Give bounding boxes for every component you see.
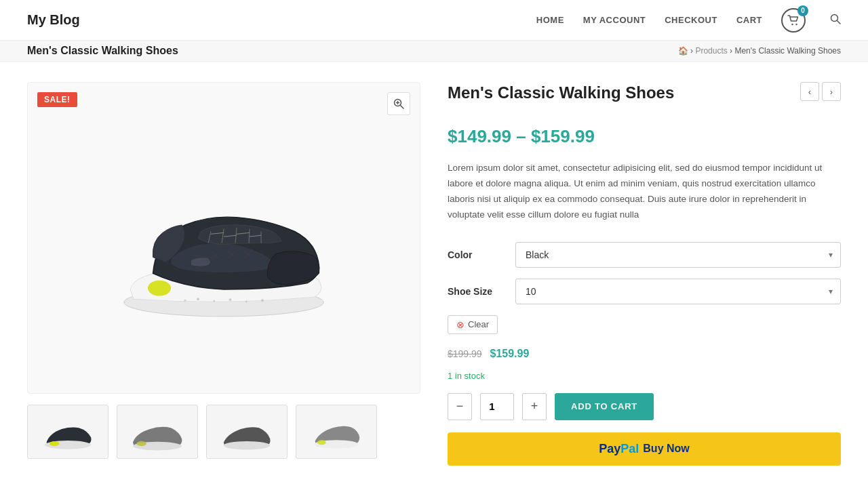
quantity-decrease-button[interactable]: − [448,393,472,420]
svg-point-19 [197,298,199,300]
breadcrumb-bar: Men's Classic Walking Shoes 🏠 › Products… [0,41,868,62]
svg-point-1 [795,23,797,24]
thumbnail-1[interactable] [27,405,108,459]
nav-home[interactable]: HOME [536,15,564,25]
svg-line-3 [837,20,841,24]
sale-price: $159.99 [490,348,530,359]
color-variant-row: Color Black White Gray Navy ▾ [448,242,841,268]
svg-point-21 [229,298,232,301]
color-label: Color [448,249,502,260]
product-main-image [95,143,353,333]
clear-label: Clear [468,319,489,329]
breadcrumb-current: Men's Classic Walking Shoes [734,46,841,56]
size-select[interactable]: 7 8 9 10 11 12 [515,279,841,304]
product-description: Lorem ipsum dolor sit amet, consectetur … [448,161,841,223]
cart-bubble: 0 [781,8,806,33]
thumbnail-2[interactable] [117,405,198,459]
paypal-buy-now-label: Buy Now [643,443,689,455]
color-select[interactable]: Black White Gray Navy [515,242,841,268]
sale-badge: SALE! [37,92,77,107]
product-title: Men's Classic Walking Shoes [448,82,722,103]
nav-cart[interactable]: CART [736,15,762,25]
zoom-button[interactable] [387,92,410,115]
quantity-increase-button[interactable]: + [522,393,547,420]
color-select-wrapper: Black White Gray Navy ▾ [515,242,841,268]
cart-icon [787,15,800,26]
original-price: $199.99 [448,348,482,359]
clear-circle-icon: ⊗ [456,319,465,330]
next-product-button[interactable]: › [822,82,841,101]
svg-point-23 [261,299,264,302]
svg-point-20 [213,300,215,302]
product-details: Men's Classic Walking Shoes ‹ › $149.99 … [448,82,841,466]
svg-point-9 [148,281,171,296]
product-nav-arrows: ‹ › [800,82,841,101]
thumbnail-row [27,405,420,459]
stock-status: 1 in stock [448,371,841,381]
main-content: SALE! [0,62,868,486]
main-image-wrapper: SALE! [27,82,420,394]
prev-product-button[interactable]: ‹ [800,82,819,101]
svg-point-34 [136,441,146,446]
thumbnail-3[interactable] [206,405,288,459]
size-select-wrapper: 7 8 9 10 11 12 ▾ [515,279,841,304]
main-nav: HOME MY ACCOUNT CHECKOUT CART 0 [536,8,841,33]
paypal-logo: PayPal [599,442,639,456]
svg-point-35 [224,441,270,450]
cart-count: 0 [797,5,808,16]
breadcrumb: 🏠 › Products › Men's Classic Walking Sho… [678,46,841,56]
product-images: SALE! [27,82,420,466]
paypal-buy-now-button[interactable]: PayPal Buy Now [448,432,841,466]
thumbnail-4[interactable] [296,405,377,459]
search-button[interactable] [830,14,841,27]
cart-row: − + ADD TO CART [448,393,841,420]
svg-point-37 [317,440,326,445]
clear-variants-button[interactable]: ⊗ Clear [448,315,498,334]
site-header: My Blog HOME MY ACCOUNT CHECKOUT CART 0 [0,0,868,41]
svg-line-5 [401,106,404,109]
site-logo[interactable]: My Blog [27,12,80,28]
pricing-section: $199.99 $159.99 [448,348,841,360]
product-price: $149.99 – $159.99 [448,126,841,147]
svg-point-0 [791,23,793,24]
quantity-input[interactable] [480,393,514,420]
nav-my-account[interactable]: MY ACCOUNT [583,15,646,25]
svg-point-24 [184,300,186,302]
size-variant-row: Shoe Size 7 8 9 10 11 12 ▾ [448,279,841,304]
svg-point-22 [245,301,248,303]
add-to-cart-button[interactable]: ADD TO CART [555,393,654,420]
cart-icon-wrapper[interactable]: 0 [781,8,806,33]
size-label: Shoe Size [448,286,502,297]
svg-point-32 [50,441,59,446]
page-title: Men's Classic Walking Shoes [27,45,178,57]
nav-checkout[interactable]: CHECKOUT [665,15,717,25]
